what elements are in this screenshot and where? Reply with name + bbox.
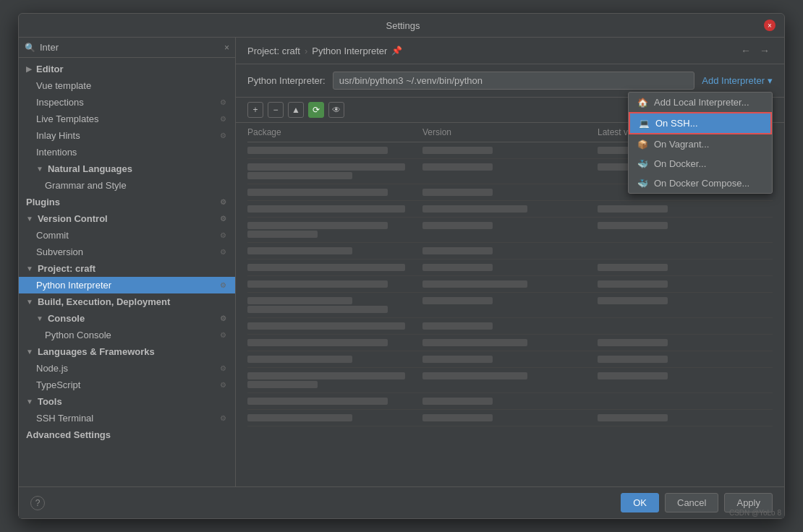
- sidebar-item-editor[interactable]: ▶ Editor: [19, 61, 235, 77]
- nav-arrows: ← →: [738, 43, 773, 58]
- sidebar-item-nodejs[interactable]: Node.js ⚙: [19, 360, 235, 377]
- expand-icon: ▼: [36, 314, 43, 322]
- sidebar-item-live-templates[interactable]: Live Templates ⚙: [19, 111, 235, 127]
- docker-compose-icon: 🐳: [637, 179, 648, 189]
- expand-icon: ▼: [26, 348, 33, 356]
- table-row[interactable]: [247, 201, 773, 218]
- sidebar-item-label: Inspections: [36, 97, 84, 108]
- sidebar-item-label: Node.js: [36, 363, 68, 374]
- sidebar-item-label: Intentions: [36, 147, 77, 158]
- expand-icon: ▼: [26, 298, 33, 306]
- toggle-visibility-button[interactable]: 👁: [328, 102, 344, 118]
- refresh-button[interactable]: ⟳: [308, 102, 324, 118]
- sidebar-item-plugins[interactable]: Plugins ⚙: [19, 194, 235, 210]
- settings-icon: ⚙: [220, 281, 226, 289]
- sidebar-item-label: SSH Terminal: [36, 413, 93, 424]
- up-button[interactable]: ▲: [288, 102, 304, 118]
- sidebar-item-console[interactable]: ▼ Console ⚙: [19, 310, 235, 327]
- table-row[interactable]: [247, 351, 773, 368]
- table-row[interactable]: [247, 335, 773, 351]
- menu-item-on-ssh[interactable]: 💻 On SSH...: [629, 112, 772, 134]
- settings-icon: ⚙: [220, 314, 226, 322]
- breadcrumb: Project: craft › Python Interpreter 📌: [247, 46, 402, 56]
- docker-icon: 🐳: [637, 159, 648, 169]
- cancel-button[interactable]: Cancel: [665, 493, 718, 512]
- sidebar-item-version-control[interactable]: ▼ Version Control ⚙: [19, 210, 235, 227]
- sidebar-item-label: Plugins: [26, 197, 60, 207]
- breadcrumb-bar: Project: craft › Python Interpreter 📌 ← …: [236, 38, 784, 64]
- sidebar-nav: ▶ Editor Vue template Inspections ⚙ Live…: [19, 58, 235, 486]
- settings-icon: ⚙: [220, 414, 226, 422]
- settings-icon: ⚙: [220, 364, 226, 372]
- sidebar-item-label: Subversion: [36, 246, 83, 257]
- search-input[interactable]: [40, 42, 220, 53]
- add-interpreter-button[interactable]: Add Interpreter ▾: [702, 75, 773, 86]
- menu-item-on-vagrant[interactable]: 📦 On Vagrant...: [629, 134, 772, 154]
- sidebar-item-inlay-hints[interactable]: Inlay Hints ⚙: [19, 127, 235, 144]
- sidebar-item-label: Live Templates: [36, 113, 98, 124]
- interpreter-dropdown[interactable]: usr/bin/python3 ~/.venv/bin/python: [333, 72, 695, 90]
- add-interpreter-caret: ▾: [768, 75, 773, 86]
- sidebar-item-languages-frameworks[interactable]: ▼ Languages & Frameworks: [19, 343, 235, 360]
- menu-item-add-local[interactable]: 🏠 Add Local Interpreter...: [629, 93, 772, 112]
- footer-left: ?: [30, 496, 615, 510]
- settings-icon: ⚙: [220, 98, 226, 106]
- sidebar-item-commit[interactable]: Commit ⚙: [19, 227, 235, 244]
- help-button[interactable]: ?: [30, 496, 45, 510]
- sidebar-item-subversion[interactable]: Subversion ⚙: [19, 244, 235, 260]
- sidebar-item-build-exec[interactable]: ▼ Build, Execution, Deployment: [19, 293, 235, 310]
- sidebar-item-advanced-settings[interactable]: Advanced Settings: [19, 426, 235, 443]
- pin-icon: 📌: [391, 46, 402, 56]
- expand-icon: ▼: [26, 265, 33, 273]
- sidebar-item-label: Tools: [38, 396, 62, 407]
- sidebar-item-vue-template[interactable]: Vue template: [19, 77, 235, 94]
- close-button[interactable]: ×: [764, 20, 776, 31]
- sidebar-item-label: Python Console: [45, 330, 111, 340]
- sidebar-item-label: Languages & Frameworks: [38, 346, 155, 357]
- sidebar-item-typescript[interactable]: TypeScript ⚙: [19, 377, 235, 393]
- menu-item-label: On Vagrant...: [654, 139, 709, 150]
- sidebar-item-grammar-style[interactable]: Grammar and Style: [19, 177, 235, 194]
- back-button[interactable]: ←: [738, 43, 754, 58]
- column-package: Package: [247, 127, 422, 137]
- clear-icon[interactable]: ×: [224, 43, 229, 53]
- vagrant-icon: 📦: [637, 140, 648, 150]
- menu-item-on-docker[interactable]: 🐳 On Docker...: [629, 154, 772, 173]
- menu-item-on-docker-compose[interactable]: 🐳 On Docker Compose...: [629, 173, 772, 193]
- sidebar-item-project-craft[interactable]: ▼ Project: craft: [19, 260, 235, 277]
- expand-icon: ▶: [26, 65, 32, 73]
- table-row[interactable]: [247, 410, 773, 426]
- table-row[interactable]: [247, 318, 773, 335]
- menu-item-label: On Docker Compose...: [654, 178, 749, 189]
- sidebar-item-label: Commit: [36, 230, 69, 241]
- dialog-footer: ? OK Cancel Apply: [19, 486, 784, 518]
- table-row[interactable]: [247, 368, 773, 393]
- add-package-button[interactable]: +: [247, 102, 263, 118]
- table-row[interactable]: [247, 259, 773, 276]
- menu-item-label: On SSH...: [655, 118, 698, 129]
- sidebar-item-inspections[interactable]: Inspections ⚙: [19, 94, 235, 111]
- dialog-title: Settings: [42, 20, 764, 31]
- sidebar-item-label: Editor: [36, 64, 64, 74]
- sidebar-item-python-interpreter[interactable]: Python Interpreter ⚙: [19, 277, 235, 293]
- interpreter-row: Python Interpreter: usr/bin/python3 ~/.v…: [236, 64, 784, 98]
- sidebar-item-python-console[interactable]: Python Console ⚙: [19, 327, 235, 343]
- sidebar-item-tools[interactable]: ▼ Tools: [19, 393, 235, 410]
- table-row[interactable]: [247, 218, 773, 243]
- table-row[interactable]: [247, 393, 773, 410]
- table-row[interactable]: [247, 243, 773, 259]
- sidebar-item-label: Inlay Hints: [36, 130, 80, 141]
- sidebar-item-natural-languages[interactable]: ▼ Natural Languages: [19, 160, 235, 177]
- sidebar-item-ssh-terminal[interactable]: SSH Terminal ⚙: [19, 410, 235, 426]
- add-interpreter-menu: 🏠 Add Local Interpreter... 💻 On SSH... 📦…: [628, 92, 773, 194]
- table-row[interactable]: [247, 293, 773, 318]
- column-version: Version: [422, 127, 598, 137]
- ok-button[interactable]: OK: [621, 493, 659, 512]
- remove-package-button[interactable]: −: [268, 102, 284, 118]
- home-icon: 🏠: [637, 98, 648, 108]
- settings-icon: ⚙: [220, 248, 226, 256]
- sidebar-item-intentions[interactable]: Intentions: [19, 144, 235, 160]
- settings-icon: ⚙: [220, 132, 226, 140]
- forward-button[interactable]: →: [757, 43, 773, 58]
- table-row[interactable]: [247, 276, 773, 293]
